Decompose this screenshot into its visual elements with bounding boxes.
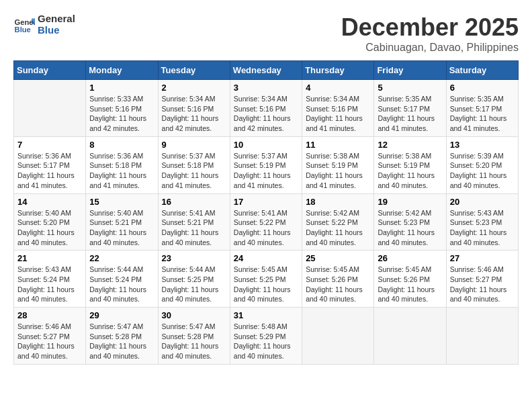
calendar-cell: 11Sunrise: 5:38 AMSunset: 5:19 PMDayligh… <box>302 136 374 193</box>
day-number: 20 <box>450 197 515 207</box>
day-number: 1 <box>89 83 154 93</box>
calendar-cell: 4Sunrise: 5:34 AMSunset: 5:16 PMDaylight… <box>302 80 374 137</box>
day-number: 16 <box>162 197 226 207</box>
day-info: Sunrise: 5:47 AMSunset: 5:28 PMDaylight:… <box>89 322 154 361</box>
day-info: Sunrise: 5:48 AMSunset: 5:29 PMDaylight:… <box>234 322 298 361</box>
title-area: December 2025 Cabinuagan, Davao, Philipp… <box>341 13 519 54</box>
calendar-cell <box>14 80 86 137</box>
month-title: December 2025 <box>341 13 519 42</box>
day-info: Sunrise: 5:40 AMSunset: 5:21 PMDaylight:… <box>89 208 154 248</box>
day-info: Sunrise: 5:35 AMSunset: 5:17 PMDaylight:… <box>450 94 515 134</box>
logo-line2: Blue <box>38 25 75 36</box>
day-info: Sunrise: 5:44 AMSunset: 5:25 PMDaylight:… <box>162 265 226 304</box>
day-info: Sunrise: 5:38 AMSunset: 5:19 PMDaylight:… <box>378 151 442 191</box>
day-number: 17 <box>234 197 298 207</box>
day-number: 4 <box>306 83 370 93</box>
day-info: Sunrise: 5:40 AMSunset: 5:20 PMDaylight:… <box>17 208 82 248</box>
day-number: 22 <box>89 253 154 263</box>
day-header-thursday: Thursday <box>302 61 374 80</box>
day-number: 24 <box>234 253 298 263</box>
day-info: Sunrise: 5:38 AMSunset: 5:19 PMDaylight:… <box>306 151 370 191</box>
day-info: Sunrise: 5:45 AMSunset: 5:25 PMDaylight:… <box>234 265 298 304</box>
day-info: Sunrise: 5:37 AMSunset: 5:19 PMDaylight:… <box>234 151 298 191</box>
logo: General Blue General Blue <box>13 13 75 36</box>
day-number: 7 <box>17 140 82 150</box>
week-row-4: 21Sunrise: 5:43 AMSunset: 5:24 PMDayligh… <box>14 250 519 308</box>
day-info: Sunrise: 5:36 AMSunset: 5:18 PMDaylight:… <box>89 151 154 191</box>
day-number: 18 <box>306 197 370 207</box>
calendar-cell: 28Sunrise: 5:46 AMSunset: 5:27 PMDayligh… <box>14 308 86 365</box>
calendar-cell: 26Sunrise: 5:45 AMSunset: 5:26 PMDayligh… <box>374 250 446 308</box>
calendar-body: 1Sunrise: 5:33 AMSunset: 5:16 PMDaylight… <box>14 80 519 365</box>
day-info: Sunrise: 5:46 AMSunset: 5:27 PMDaylight:… <box>17 322 82 361</box>
day-header-saturday: Saturday <box>446 61 518 80</box>
svg-text:Blue: Blue <box>15 26 31 34</box>
day-number: 3 <box>234 83 298 93</box>
day-header-wednesday: Wednesday <box>230 61 302 80</box>
week-row-3: 14Sunrise: 5:40 AMSunset: 5:20 PMDayligh… <box>14 193 519 250</box>
calendar-cell: 5Sunrise: 5:35 AMSunset: 5:17 PMDaylight… <box>374 80 446 137</box>
day-number: 10 <box>234 140 298 150</box>
day-number: 30 <box>162 310 226 320</box>
calendar-cell: 21Sunrise: 5:43 AMSunset: 5:24 PMDayligh… <box>14 250 86 308</box>
day-info: Sunrise: 5:41 AMSunset: 5:22 PMDaylight:… <box>234 208 298 248</box>
calendar-cell: 20Sunrise: 5:43 AMSunset: 5:23 PMDayligh… <box>446 193 518 250</box>
calendar-cell: 1Sunrise: 5:33 AMSunset: 5:16 PMDaylight… <box>86 80 158 137</box>
day-number: 9 <box>162 140 226 150</box>
day-number: 12 <box>378 140 442 150</box>
day-header-friday: Friday <box>374 61 446 80</box>
calendar-cell <box>446 308 518 365</box>
week-row-2: 7Sunrise: 5:36 AMSunset: 5:17 PMDaylight… <box>14 136 519 193</box>
day-info: Sunrise: 5:39 AMSunset: 5:20 PMDaylight:… <box>450 151 515 191</box>
calendar-cell: 23Sunrise: 5:44 AMSunset: 5:25 PMDayligh… <box>158 250 230 308</box>
day-info: Sunrise: 5:45 AMSunset: 5:26 PMDaylight:… <box>378 265 442 304</box>
week-row-1: 1Sunrise: 5:33 AMSunset: 5:16 PMDaylight… <box>14 80 519 137</box>
day-number: 26 <box>378 253 442 263</box>
day-number: 6 <box>450 83 515 93</box>
day-info: Sunrise: 5:42 AMSunset: 5:22 PMDaylight:… <box>306 208 370 248</box>
day-header-tuesday: Tuesday <box>158 61 230 80</box>
day-number: 21 <box>17 253 82 263</box>
day-number: 13 <box>450 140 515 150</box>
calendar-cell <box>302 308 374 365</box>
calendar-cell: 10Sunrise: 5:37 AMSunset: 5:19 PMDayligh… <box>230 136 302 193</box>
week-row-5: 28Sunrise: 5:46 AMSunset: 5:27 PMDayligh… <box>14 308 519 365</box>
calendar-cell: 14Sunrise: 5:40 AMSunset: 5:20 PMDayligh… <box>14 193 86 250</box>
calendar-header-row: SundayMondayTuesdayWednesdayThursdayFrid… <box>14 61 519 80</box>
day-number: 14 <box>17 197 82 207</box>
day-number: 5 <box>378 83 442 93</box>
calendar-cell: 29Sunrise: 5:47 AMSunset: 5:28 PMDayligh… <box>86 308 158 365</box>
calendar-cell: 17Sunrise: 5:41 AMSunset: 5:22 PMDayligh… <box>230 193 302 250</box>
day-number: 28 <box>17 310 82 320</box>
calendar-cell: 8Sunrise: 5:36 AMSunset: 5:18 PMDaylight… <box>86 136 158 193</box>
header: General Blue General Blue December 2025 … <box>13 13 519 54</box>
day-info: Sunrise: 5:33 AMSunset: 5:16 PMDaylight:… <box>89 94 154 134</box>
calendar-cell: 15Sunrise: 5:40 AMSunset: 5:21 PMDayligh… <box>86 193 158 250</box>
day-number: 19 <box>378 197 442 207</box>
calendar-cell: 31Sunrise: 5:48 AMSunset: 5:29 PMDayligh… <box>230 308 302 365</box>
calendar-table: SundayMondayTuesdayWednesdayThursdayFrid… <box>13 60 519 365</box>
day-info: Sunrise: 5:34 AMSunset: 5:16 PMDaylight:… <box>234 94 298 134</box>
calendar-cell: 19Sunrise: 5:42 AMSunset: 5:23 PMDayligh… <box>374 193 446 250</box>
calendar-cell: 3Sunrise: 5:34 AMSunset: 5:16 PMDaylight… <box>230 80 302 137</box>
calendar-cell: 25Sunrise: 5:45 AMSunset: 5:26 PMDayligh… <box>302 250 374 308</box>
day-info: Sunrise: 5:47 AMSunset: 5:28 PMDaylight:… <box>162 322 226 361</box>
day-info: Sunrise: 5:43 AMSunset: 5:24 PMDaylight:… <box>17 265 82 304</box>
day-info: Sunrise: 5:44 AMSunset: 5:24 PMDaylight:… <box>89 265 154 304</box>
day-info: Sunrise: 5:36 AMSunset: 5:17 PMDaylight:… <box>17 151 82 191</box>
day-info: Sunrise: 5:34 AMSunset: 5:16 PMDaylight:… <box>162 94 226 134</box>
calendar-cell: 27Sunrise: 5:46 AMSunset: 5:27 PMDayligh… <box>446 250 518 308</box>
day-info: Sunrise: 5:46 AMSunset: 5:27 PMDaylight:… <box>450 265 515 304</box>
day-number: 15 <box>89 197 154 207</box>
calendar-cell: 18Sunrise: 5:42 AMSunset: 5:22 PMDayligh… <box>302 193 374 250</box>
day-number: 8 <box>89 140 154 150</box>
day-info: Sunrise: 5:43 AMSunset: 5:23 PMDaylight:… <box>450 208 515 248</box>
day-info: Sunrise: 5:45 AMSunset: 5:26 PMDaylight:… <box>306 265 370 304</box>
day-info: Sunrise: 5:35 AMSunset: 5:17 PMDaylight:… <box>378 94 442 134</box>
day-number: 2 <box>162 83 226 93</box>
calendar-cell: 9Sunrise: 5:37 AMSunset: 5:18 PMDaylight… <box>158 136 230 193</box>
day-number: 31 <box>234 310 298 320</box>
day-header-sunday: Sunday <box>14 61 86 80</box>
calendar-cell: 22Sunrise: 5:44 AMSunset: 5:24 PMDayligh… <box>86 250 158 308</box>
logo-line1: General <box>38 13 75 25</box>
